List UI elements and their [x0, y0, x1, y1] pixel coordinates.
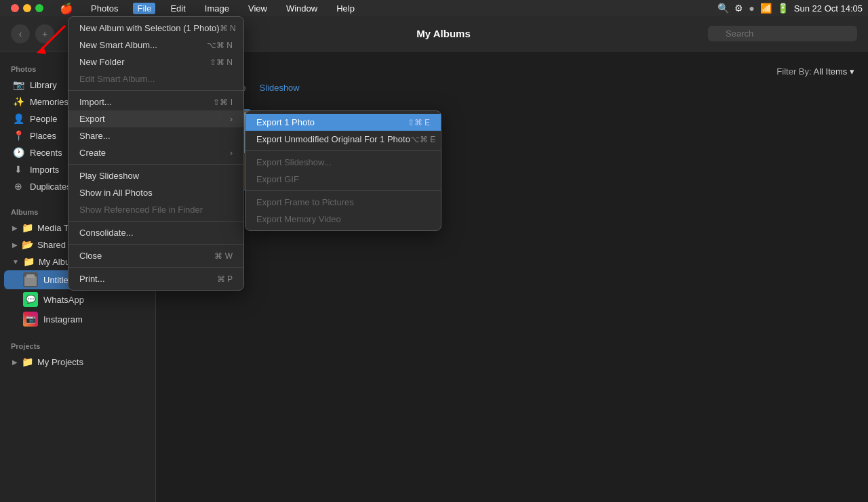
- play-slideshow-label: Play Slideshow: [79, 171, 233, 181]
- menu-consolidate[interactable]: Consolidate...: [68, 224, 243, 241]
- export-1-photo-shortcut: ⇧⌘ E: [408, 118, 430, 127]
- export-submenu-divider-1: [245, 150, 441, 151]
- filter-value[interactable]: All Items ▾: [814, 66, 854, 77]
- back-icon: ‹: [19, 28, 22, 39]
- add-icon: +: [42, 28, 47, 39]
- menubar-view[interactable]: View: [244, 3, 271, 14]
- chevron-down-icon: ▼: [12, 258, 19, 266]
- menu-close[interactable]: Close ⌘ W: [68, 247, 243, 264]
- export-frame-label: Export Frame to Pictures: [256, 197, 430, 207]
- my-projects-label: My Projects: [37, 357, 83, 367]
- svg-rect-0: [24, 276, 37, 286]
- menu-share[interactable]: Share...: [68, 127, 243, 144]
- menubar-image[interactable]: Image: [201, 3, 233, 14]
- menu-play-slideshow[interactable]: Play Slideshow: [68, 167, 243, 184]
- battery-icon[interactable]: 🔋: [777, 3, 789, 14]
- content-sub-actions: Play Memory Video Slideshow: [156, 80, 868, 98]
- siri-icon[interactable]: ●: [749, 3, 754, 14]
- export-unmodified-shortcut: ⌥⌘ E: [410, 135, 435, 144]
- memories-icon: ✨: [12, 96, 24, 107]
- print-label: Print...: [79, 274, 217, 284]
- untitled-album-thumb: [23, 272, 38, 287]
- menu-new-folder[interactable]: New Folder ⇧⌘ N: [68, 54, 243, 70]
- export-gif-label: Export GIF: [256, 174, 430, 184]
- people-icon: 👤: [12, 113, 24, 124]
- menubar-icons: 🔍 ⚙ ● 📶 🔋: [717, 3, 788, 14]
- menu-print[interactable]: Print... ⌘ P: [68, 270, 243, 287]
- menu-show-referenced: Show Referenced File in Finder: [68, 201, 243, 218]
- show-referenced-label: Show Referenced File in Finder: [79, 205, 233, 215]
- export-label: Export: [79, 114, 230, 124]
- chevron-right-icon-projects: ▶: [12, 358, 18, 366]
- back-button[interactable]: ‹: [11, 24, 30, 43]
- duplicates-icon: ⊕: [12, 181, 24, 192]
- instagram-album-label: Instagram: [43, 314, 143, 325]
- shared-folder-icon: 📂: [22, 239, 33, 250]
- folder-icon: 📁: [22, 222, 33, 233]
- menu-import[interactable]: Import... ⇧⌘ I: [68, 93, 243, 110]
- new-folder-shortcut: ⇧⌘ N: [210, 58, 233, 67]
- sidebar-album-instagram[interactable]: 📷 Instagram: [4, 310, 151, 329]
- menubar-file[interactable]: File: [133, 3, 155, 14]
- menu-export-1-photo[interactable]: Export 1 Photo ⇧⌘ E: [245, 114, 441, 131]
- new-album-shortcut: ⌘ N: [220, 24, 236, 33]
- create-label: Create: [79, 148, 230, 158]
- menu-create[interactable]: Create ›: [68, 144, 243, 161]
- menubar-help[interactable]: Help: [332, 3, 359, 14]
- new-folder-label: New Folder: [79, 57, 210, 67]
- search-menubar-icon[interactable]: 🔍: [717, 3, 729, 14]
- sidebar-album-whatsapp[interactable]: 💬 WhatsApp: [4, 290, 151, 309]
- close-window-button[interactable]: [11, 4, 19, 12]
- menu-export-slideshow: Export Slideshow...: [245, 154, 441, 171]
- new-album-selection-label: New Album with Selection (1 Photo): [79, 23, 220, 33]
- minimize-window-button[interactable]: [23, 4, 31, 12]
- menubar-edit[interactable]: Edit: [166, 3, 189, 14]
- menu-export-unmodified[interactable]: Export Unmodified Original For 1 Photo ⌥…: [245, 131, 441, 148]
- new-smart-album-shortcut: ⌥⌘ N: [207, 41, 233, 50]
- consolidate-label: Consolidate...: [79, 228, 233, 238]
- menu-divider-2: [68, 164, 243, 165]
- export-submenu: Export 1 Photo ⇧⌘ E Export Unmodified Or…: [245, 110, 441, 231]
- search-input[interactable]: [708, 26, 857, 41]
- show-all-photos-label: Show in All Photos: [79, 188, 233, 198]
- export-submenu-arrow: ›: [230, 114, 233, 124]
- print-shortcut: ⌘ P: [217, 274, 233, 284]
- export-slideshow-label: Export Slideshow...: [256, 157, 430, 167]
- svg-rect-1: [26, 274, 35, 278]
- add-button[interactable]: +: [35, 24, 54, 43]
- menubar-photos[interactable]: Photos: [87, 3, 122, 14]
- projects-section-header: Projects: [0, 334, 155, 353]
- menubar-window[interactable]: Window: [282, 3, 321, 14]
- menu-export[interactable]: Export › Export 1 Photo ⇧⌘ E Export Unmo…: [68, 110, 243, 127]
- sidebar-group-my-projects[interactable]: ▶ 📁 My Projects: [4, 354, 151, 370]
- export-1-photo-label: Export 1 Photo: [256, 117, 408, 127]
- menubar: 🍎 Photos File Edit Image View Window Hel…: [0, 0, 868, 16]
- places-icon: 📍: [12, 130, 24, 141]
- close-label: Close: [79, 251, 214, 261]
- maximize-window-button[interactable]: [35, 4, 43, 12]
- menu-export-memory-video: Export Memory Video: [245, 211, 441, 228]
- wifi-icon[interactable]: 📶: [760, 3, 772, 14]
- whatsapp-album-label: WhatsApp: [43, 295, 143, 305]
- control-center-icon[interactable]: ⚙: [734, 3, 743, 14]
- menu-export-gif: Export GIF: [245, 171, 441, 188]
- recents-icon: 🕐: [12, 147, 24, 158]
- whatsapp-album-thumb: 💬: [23, 292, 38, 307]
- menu-divider-1: [68, 90, 243, 91]
- menu-divider-5: [68, 267, 243, 268]
- menu-new-smart-album[interactable]: New Smart Album... ⌥⌘ N: [68, 37, 243, 54]
- apple-menu-icon[interactable]: 🍎: [60, 2, 73, 15]
- close-shortcut: ⌘ W: [214, 251, 233, 261]
- window-controls: [5, 4, 49, 12]
- export-unmodified-label: Export Unmodified Original For 1 Photo: [256, 134, 410, 144]
- slideshow-btn[interactable]: Slideshow: [259, 83, 299, 93]
- new-smart-album-label: New Smart Album...: [79, 40, 207, 50]
- export-memory-video-label: Export Memory Video: [256, 214, 430, 224]
- menu-show-all-photos[interactable]: Show in All Photos: [68, 184, 243, 201]
- menu-divider-3: [68, 221, 243, 222]
- instagram-album-thumb: 📷: [23, 312, 38, 327]
- toolbar-title: My Albums: [184, 28, 703, 39]
- library-icon: 📷: [12, 79, 24, 90]
- menu-new-album-selection[interactable]: New Album with Selection (1 Photo) ⌘ N: [68, 20, 243, 37]
- import-label: Import...: [79, 97, 213, 107]
